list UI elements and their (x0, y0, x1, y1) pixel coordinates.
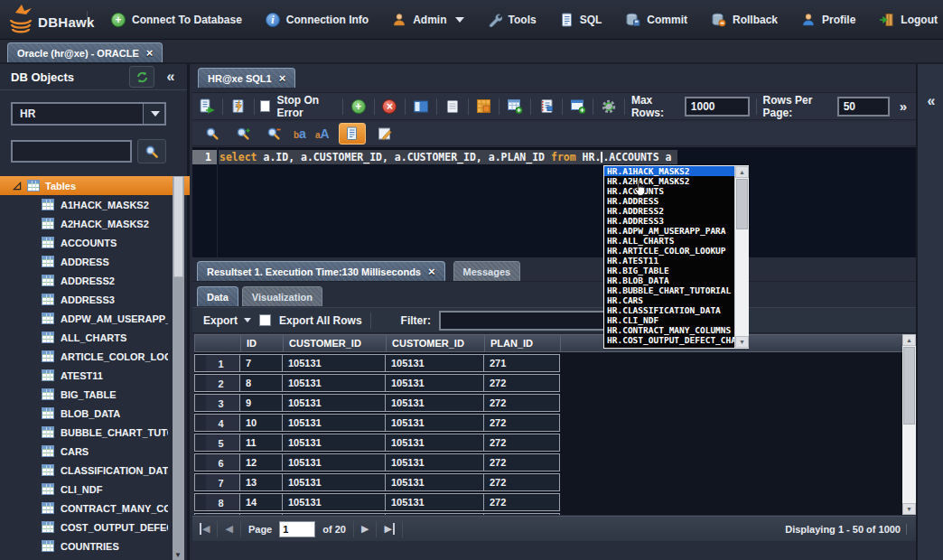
cell-id[interactable]: 12 (239, 453, 283, 471)
sidebar-item-table[interactable]: ADDRESS2 (0, 271, 168, 290)
expand-right-panel-button[interactable]: « (921, 91, 941, 111)
sidebar-item-table[interactable]: CLI_NDF (0, 480, 168, 499)
tab-oracle-connection[interactable]: Oracle (hr@xe) - ORACLE × (7, 42, 163, 62)
previous-page-button[interactable]: ◀ (225, 523, 232, 535)
next-page-button[interactable]: ▶ (361, 523, 369, 535)
cell-customer-id[interactable]: 105131 (282, 513, 386, 515)
column-header-customer-id[interactable]: CUSTOMER_ID (283, 334, 387, 352)
export-dropdown-button[interactable]: Export (203, 314, 251, 327)
zoom-in-button[interactable] (232, 124, 254, 144)
insert-table-button[interactable] (506, 97, 524, 117)
format-sql-button[interactable] (339, 123, 366, 145)
cell-customer-id-2[interactable]: 105131 (385, 354, 484, 372)
uppercase-button[interactable]: aA (315, 126, 330, 141)
sidebar-item-table[interactable]: BIG_TABLE (0, 385, 168, 404)
cell-plan-id[interactable]: 272 (483, 394, 560, 412)
nav-rollback[interactable]: Rollback (711, 13, 778, 27)
zoom-out-button[interactable] (263, 124, 285, 144)
sidebar-item-table[interactable]: ALL_CHARTS (0, 328, 168, 347)
autocomplete-item[interactable]: HR.COST_OUTPUT_DEFECT_CHA (604, 335, 734, 345)
cell-plan-id[interactable]: 272 (483, 374, 560, 392)
table-row[interactable]: 5 11 105131 105131 272 (194, 434, 914, 452)
sidebar-item-table[interactable]: CLASSIFICATION_DATA (0, 461, 168, 480)
nav-logout[interactable]: Logout (879, 13, 938, 27)
autocomplete-item[interactable]: HR.ADDRESS (604, 196, 734, 206)
new-result-panel-button[interactable] (412, 97, 430, 117)
sidebar-item-table[interactable]: CONTRACT_MANY_COLUMNS (0, 499, 168, 518)
cell-customer-id[interactable]: 105131 (282, 493, 386, 511)
nav-connect-to-database[interactable]: + Connect To Database (111, 13, 242, 27)
document-button[interactable] (443, 97, 462, 117)
first-page-button[interactable]: ◀ (200, 523, 210, 535)
tree-scrollbar[interactable]: ▼ (173, 176, 184, 560)
sidebar-item-table[interactable]: COST_OUTPUT_DEFECT_CHA (0, 518, 168, 537)
export-all-rows-checkbox[interactable] (259, 314, 271, 326)
tab-sql-editor[interactable]: HR@xe SQL1 × (198, 68, 295, 88)
cancel-query-button[interactable]: × (381, 97, 399, 117)
find-button[interactable] (201, 124, 223, 144)
cell-id[interactable]: 15 (239, 513, 283, 515)
sidebar-item-table[interactable]: CARS (0, 442, 168, 461)
filter-input[interactable] (439, 311, 620, 331)
scroll-up-icon[interactable]: ▲ (735, 166, 749, 178)
autocomplete-item[interactable]: HR.BLOB_DATA (604, 275, 734, 285)
autocomplete-item[interactable]: HR.A1HACK_MASKS2 (604, 166, 734, 176)
table-row[interactable]: 3 9 105131 105131 272 (194, 394, 914, 412)
cell-customer-id[interactable]: 105131 (282, 394, 386, 412)
max-rows-input[interactable] (685, 97, 750, 117)
table-row[interactable]: 8 14 105131 105131 272 (194, 493, 914, 511)
nav-admin[interactable]: Admin (392, 13, 463, 27)
tab-messages[interactable]: Messages (453, 261, 521, 281)
cell-plan-id[interactable]: 272 (483, 414, 560, 432)
table-row[interactable]: 6 12 105131 105131 272 (194, 453, 914, 471)
add-button[interactable]: + (350, 97, 368, 117)
cell-customer-id-2[interactable]: 105131 (385, 493, 484, 511)
autocomplete-item[interactable]: HR.CLASSIFICATION_DATA (604, 305, 734, 315)
edit-sql-button[interactable] (375, 124, 397, 144)
sidebar-item-table[interactable]: ADPW_AM_USERAPP_PARA (0, 309, 168, 328)
autocomplete-item[interactable]: HR.BUBBLE_CHART_TUTORIAL (604, 285, 734, 295)
page-number-input[interactable] (279, 521, 315, 537)
tab-visualization[interactable]: Visualization (242, 286, 322, 306)
autocomplete-item[interactable]: HR.ALL_CHARTS (604, 236, 734, 246)
nav-tools[interactable]: Tools (488, 13, 537, 27)
autocomplete-item[interactable]: HR.A2HACK_MASKS2 (604, 176, 734, 186)
run-all-sql-button[interactable] (229, 97, 247, 117)
autocomplete-item[interactable]: HR.ACCOUNTS (604, 186, 734, 196)
settings-button[interactable] (600, 97, 618, 117)
tab-resultset-1[interactable]: Resultset 1. Execution Time:130 Millisec… (197, 261, 445, 281)
scroll-down-icon[interactable]: ▼ (735, 336, 749, 348)
sidebar-item-table[interactable]: ADDRESS3 (0, 290, 168, 309)
sidebar-search-input[interactable] (11, 140, 132, 163)
lowercase-button[interactable]: ba (294, 126, 306, 141)
cell-id[interactable]: 7 (239, 354, 283, 372)
scroll-down-icon[interactable]: ▼ (174, 551, 182, 559)
autocomplete-item[interactable]: HR.ARTICLE_COLOR_LOOKUP (604, 246, 734, 256)
cell-customer-id[interactable]: 105131 (282, 453, 386, 471)
autocomplete-item[interactable]: HR.CONTRACT_MANY_COLUMNS (604, 325, 734, 335)
autocomplete-item[interactable]: HR.ATEST11 (604, 256, 734, 266)
sql-code-line[interactable]: select a.ID, a.CUSTOMER_ID, a.CUSTOMER_I… (219, 150, 677, 164)
tree-node-tables[interactable]: Tables (0, 176, 190, 195)
cell-id[interactable]: 11 (239, 434, 283, 452)
sidebar-item-table[interactable]: BLOB_DATA (0, 404, 168, 423)
rows-per-page-input[interactable] (837, 97, 890, 117)
close-icon[interactable]: × (428, 265, 435, 278)
table-row[interactable]: 7 13 105131 105131 272 (194, 473, 914, 491)
column-header-customer-id-2[interactable]: CUSTOMER_ID (386, 334, 485, 352)
table-row[interactable]: 4 10 105131 105131 272 (194, 414, 914, 432)
sidebar-item-table[interactable]: ADDRESS (0, 252, 168, 271)
run-sql-button[interactable] (198, 97, 216, 117)
cell-customer-id[interactable]: 105131 (282, 374, 386, 392)
sidebar-item-table[interactable]: A2HACK_MASKS2 (0, 214, 168, 233)
collapse-sidebar-button[interactable]: « (158, 66, 183, 88)
column-header-id[interactable]: ID (240, 334, 284, 352)
refresh-button[interactable] (129, 66, 154, 88)
cell-id[interactable]: 14 (239, 493, 283, 511)
cell-plan-id[interactable]: 272 (483, 493, 560, 511)
autocomplete-item[interactable]: HR.CARS (604, 295, 734, 305)
sidebar-item-table[interactable]: ACCOUNTS (0, 233, 168, 252)
close-icon[interactable]: × (146, 46, 154, 60)
grid-scrollbar-thumb[interactable] (903, 347, 915, 425)
cell-id[interactable]: 9 (239, 394, 283, 412)
